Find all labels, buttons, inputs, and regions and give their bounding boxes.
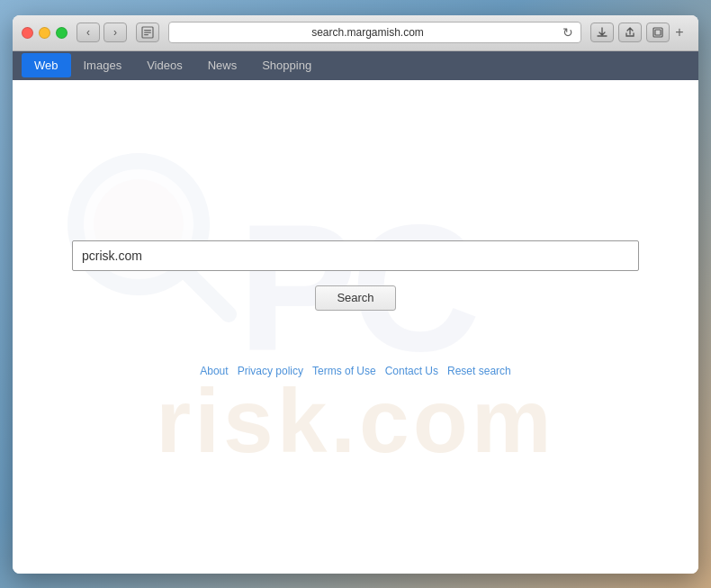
download-button[interactable] <box>590 23 614 42</box>
svg-rect-1 <box>144 30 151 31</box>
footer-link-terms[interactable]: Terms of Use <box>312 365 376 377</box>
traffic-lights <box>22 27 68 39</box>
footer-link-privacy[interactable]: Privacy policy <box>238 365 303 377</box>
refresh-button[interactable]: ↻ <box>562 25 573 40</box>
tab-button[interactable] <box>646 23 670 42</box>
watermark: PC risk.com <box>13 80 698 574</box>
svg-rect-5 <box>655 30 661 35</box>
forward-button[interactable]: › <box>104 23 127 42</box>
watermark-risk-text: risk.com <box>156 369 554 473</box>
footer-link-reset[interactable]: Reset search <box>447 365 511 377</box>
svg-rect-2 <box>144 32 151 33</box>
search-input[interactable] <box>72 240 639 271</box>
search-button[interactable]: Search <box>315 285 396 311</box>
address-bar[interactable]: search.margamish.com ↻ <box>168 22 581 43</box>
tab-images[interactable]: Images <box>71 53 135 77</box>
content-area: PC risk.com Search About Privacy policy … <box>13 80 698 574</box>
minimize-button[interactable] <box>39 27 50 39</box>
back-button[interactable]: ‹ <box>76 23 100 42</box>
page-icon <box>136 23 159 42</box>
svg-rect-3 <box>144 34 148 35</box>
tab-web[interactable]: Web <box>22 53 71 77</box>
close-button[interactable] <box>22 27 33 39</box>
tab-news[interactable]: News <box>195 53 250 77</box>
nav-tabs-bar: Web Images Videos News Shopping <box>13 51 698 80</box>
toolbar-right <box>590 23 670 42</box>
search-input-wrapper <box>72 240 639 271</box>
new-tab-button[interactable]: + <box>670 23 689 42</box>
tab-videos[interactable]: Videos <box>134 53 195 77</box>
tab-shopping[interactable]: Shopping <box>249 53 324 77</box>
title-bar: ‹ › search.margamish.com ↻ <box>13 15 698 51</box>
share-button[interactable] <box>618 23 642 42</box>
footer-link-about[interactable]: About <box>200 365 228 377</box>
address-text: search.margamish.com <box>176 26 559 39</box>
nav-buttons: ‹ › <box>76 23 127 42</box>
browser-window: ‹ › search.margamish.com ↻ <box>13 15 698 574</box>
search-container: Search <box>13 240 698 311</box>
footer-link-contact[interactable]: Contact Us <box>385 365 438 377</box>
maximize-button[interactable] <box>56 27 68 39</box>
footer-links: About Privacy policy Terms of Use Contac… <box>200 365 510 377</box>
